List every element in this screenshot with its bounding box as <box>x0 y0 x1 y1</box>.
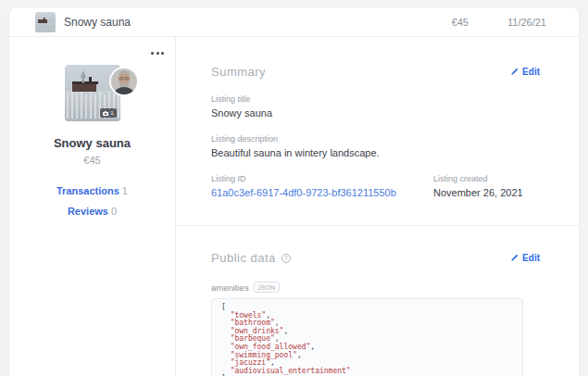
snowy-sauna-thumbnail-image <box>35 12 56 32</box>
summary-edit-button[interactable]: Edit <box>510 67 540 77</box>
listing-photo-block: 1 <box>65 65 120 121</box>
listing-title-label: Listing title <box>211 94 540 104</box>
sidebar-listing-price: €45 <box>83 155 100 166</box>
listing-sidebar: 1 Snowy sauna €45 Transactions1 Reviews0 <box>9 37 176 376</box>
summary-edit-label: Edit <box>522 67 540 77</box>
help-icon[interactable]: ? <box>281 254 291 263</box>
listing-title-value: Snowy sauna <box>211 107 540 119</box>
amenities-key-row: amenities JSON <box>211 282 540 293</box>
listing-created-field: Listing created November 26, 2021 <box>433 174 523 198</box>
amenities-key-label: amenities <box>211 282 249 293</box>
transactions-link[interactable]: Transactions <box>56 185 119 196</box>
topbar: Snowy sauna €45 11/26/21 <box>9 7 579 37</box>
listing-title-field: Listing title Snowy sauna <box>211 94 540 119</box>
listing-meta-row: Listing ID 61a0c3ef-6917-4df0-9723-bf361… <box>211 174 540 198</box>
listing-created-value: November 26, 2021 <box>433 187 523 198</box>
provider-avatar[interactable] <box>111 69 137 94</box>
reviews-link[interactable]: Reviews <box>68 206 108 217</box>
sidebar-listing-title: Snowy sauna <box>54 136 131 150</box>
public-data-section: Public data ? Edit amenities JSON [ "tow… <box>176 225 579 376</box>
topbar-created-date: 11/26/21 <box>507 17 546 28</box>
photo-count: 1 <box>110 110 113 116</box>
listing-id-label: Listing ID <box>211 174 433 183</box>
summary-section: Summary Edit Listing title Snowy sauna L… <box>176 37 579 225</box>
public-data-heading: Public data <box>211 251 276 265</box>
photo-count-badge: 1 <box>100 108 116 118</box>
listing-thumbnail <box>35 12 56 32</box>
transactions-row: Transactions1 <box>56 185 128 196</box>
listing-description-value: Beautiful sauna in wintery landscape. <box>211 147 540 158</box>
reviews-count: 0 <box>111 206 117 217</box>
public-data-edit-button[interactable]: Edit <box>510 253 540 263</box>
listing-detail-card: Snowy sauna €45 11/26/21 <box>9 7 579 376</box>
topbar-price: €45 <box>452 17 469 28</box>
listing-id-field: Listing ID 61a0c3ef-6917-4df0-9723-bf361… <box>211 174 433 198</box>
summary-heading: Summary <box>211 65 266 79</box>
topbar-listing-title: Snowy sauna <box>64 16 131 29</box>
pencil-icon <box>510 68 519 76</box>
transactions-count: 1 <box>122 185 128 196</box>
reviews-row: Reviews0 <box>68 206 117 217</box>
pencil-icon <box>510 254 519 262</box>
public-data-edit-label: Edit <box>522 253 540 263</box>
json-format-badge: JSON <box>254 282 280 293</box>
listing-description-label: Listing description <box>211 134 540 144</box>
listing-id-value[interactable]: 61a0c3ef-6917-4df0-9723-bf361211550b <box>211 187 433 198</box>
listing-created-label: Listing created <box>433 174 523 183</box>
provider-avatar-photo <box>111 69 137 94</box>
main-panel: Summary Edit Listing title Snowy sauna L… <box>176 37 579 376</box>
overflow-menu-button[interactable] <box>147 48 168 58</box>
listing-description-field: Listing description Beautiful sauna in w… <box>211 134 540 158</box>
amenities-json-code: [ "towels", "bathroom", "own_drinks", "b… <box>211 298 523 376</box>
camera-icon <box>103 111 108 116</box>
